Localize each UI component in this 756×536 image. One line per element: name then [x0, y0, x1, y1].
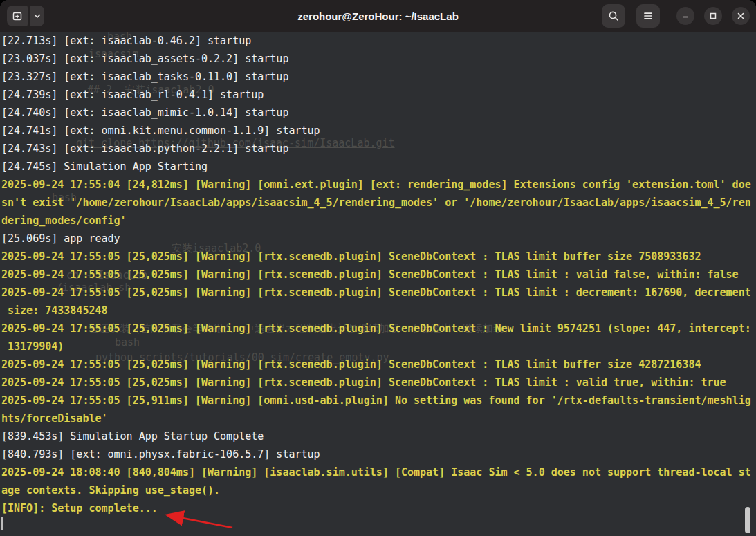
terminal-output: [22.713s] [ext: isaaclab-0.46.2] startup…: [0, 32, 756, 517]
terminal-line: 2025-09-24 17:55:05 [25,025ms] [Warning]…: [1, 284, 756, 302]
terminal-line: 2025-09-24 17:55:05 [25,025ms] [Warning]…: [1, 248, 756, 266]
menu-icon: [643, 11, 654, 21]
terminal-viewport[interactable]: bashisaacsim## 2. 安装isaaclab2.0git clone…: [0, 32, 756, 536]
terminal-line: [839.453s] Simulation App Startup Comple…: [1, 427, 756, 445]
terminal-line: [840.793s] [ext: omni.physx.fabric-106.5…: [1, 445, 756, 463]
header-bar: zerohour@ZeroHour: ~/IsaacLab: [0, 0, 756, 32]
terminal-line: [24.741s] [ext: omni.kit.menu.common-1.1…: [1, 122, 756, 140]
minimize-button[interactable]: [676, 7, 694, 25]
terminal-line: [INFO]: Setup complete...: [1, 499, 756, 517]
menu-button[interactable]: [636, 4, 660, 28]
terminal-line: 2025-09-24 17:55:05 [25,025ms] [Warning]…: [1, 355, 756, 373]
terminal-line: [24.740s] [ext: isaaclab_mimic-1.0.14] s…: [1, 104, 756, 122]
terminal-line: [23.327s] [ext: isaaclab_tasks-0.11.0] s…: [1, 68, 756, 86]
terminal-line: hts/forceDisable': [1, 409, 756, 427]
terminal-cursor: [1, 517, 3, 530]
terminal-line: sn't exist '/home/zerohour/IsaacLab/apps…: [1, 194, 756, 212]
terminal-line: [24.743s] [ext: isaaclab.python-2.2.1] s…: [1, 140, 756, 158]
terminal-line: 2025-09-24 17:55:05 [25,025ms] [Warning]…: [1, 373, 756, 391]
terminal-line: [24.745s] Simulation App Starting: [1, 158, 756, 176]
chevron-down-icon: [33, 12, 42, 20]
terminal-line: 2025-09-24 17:55:05 [25,025ms] [Warning]…: [1, 320, 756, 338]
terminal-window: zerohour@ZeroHour: ~/IsaacLab: [0, 0, 756, 536]
new-tab-icon: [12, 10, 23, 21]
terminal-line: 13179904): [1, 338, 756, 355]
close-button[interactable]: [732, 7, 750, 25]
terminal-line: [25.069s] app ready: [1, 230, 756, 248]
scrollbar-thumb[interactable]: [745, 507, 750, 533]
new-tab-button[interactable]: [7, 6, 28, 26]
maximize-icon: [709, 12, 717, 20]
terminal-line: 2025-09-24 17:55:05 [25,911ms] [Warning]…: [1, 391, 756, 409]
search-icon: [608, 10, 620, 22]
terminal-line: [24.739s] [ext: isaaclab_rl-0.4.1] start…: [1, 86, 756, 104]
minimize-icon: [681, 12, 690, 20]
terminal-line: dering_modes/config': [1, 212, 756, 230]
tab-controls: [7, 6, 44, 26]
close-icon: [737, 12, 745, 20]
terminal-line: [23.037s] [ext: isaaclab_assets-0.2.2] s…: [1, 50, 756, 68]
terminal-line: 2025-09-24 18:08:40 [840,804ms] [Warning…: [1, 463, 756, 481]
search-button[interactable]: [602, 4, 625, 28]
terminal-line: size: 7433845248: [1, 302, 756, 320]
terminal-line: 2025-09-24 17:55:05 [25,025ms] [Warning]…: [1, 266, 756, 284]
terminal-line: age contexts. Skipping use_stage().: [1, 481, 756, 499]
window-controls: [602, 0, 750, 32]
terminal-line: 2025-09-24 17:55:04 [24,812ms] [Warning]…: [1, 176, 756, 194]
maximize-button[interactable]: [704, 7, 722, 25]
terminal-line: [22.713s] [ext: isaaclab-0.46.2] startup: [1, 32, 756, 50]
tab-list-button[interactable]: [30, 6, 44, 26]
